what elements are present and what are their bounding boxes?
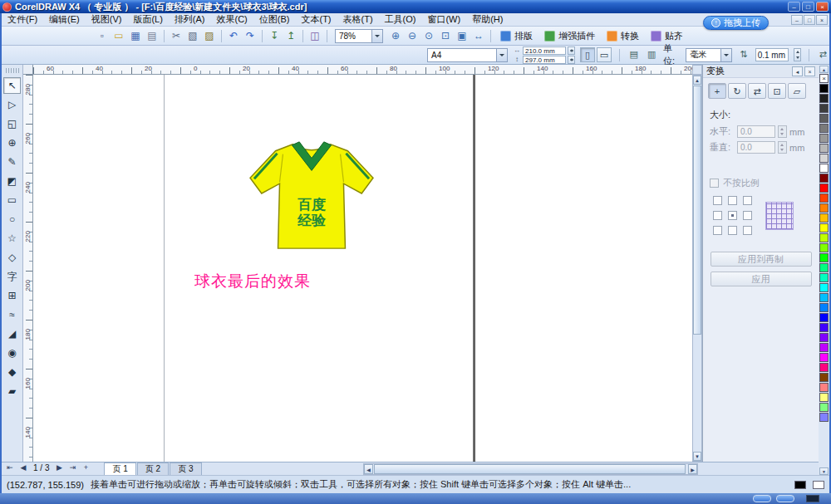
zoom-out-icon[interactable]: ⊖: [405, 28, 420, 43]
drag-upload-button[interactable]: ↑ 拖拽上传: [703, 16, 769, 30]
paper-size-combobox[interactable]: A4: [427, 48, 508, 62]
color-swatch[interactable]: [819, 203, 829, 213]
horizontal-spinner[interactable]: [778, 125, 787, 138]
anchor-checkbox[interactable]: [728, 196, 737, 205]
color-swatch[interactable]: [819, 243, 829, 252]
menu-item[interactable]: 帮助(H): [466, 13, 509, 26]
duplicate-distance-icon[interactable]: ⇄: [817, 47, 829, 62]
color-swatch[interactable]: [819, 164, 829, 173]
menu-item[interactable]: 表格(T): [337, 13, 379, 26]
color-swatch[interactable]: [819, 213, 829, 223]
color-swatch[interactable]: [819, 114, 829, 123]
vertical-input[interactable]: 0.0: [737, 141, 775, 154]
color-swatch[interactable]: [819, 84, 829, 93]
color-swatch[interactable]: [819, 393, 829, 402]
apply-to-duplicate-button[interactable]: 应用到再制: [711, 252, 812, 267]
scroll-up-button[interactable]: ▲: [693, 76, 701, 85]
pick-tool[interactable]: ↖: [3, 77, 21, 94]
ruler-origin[interactable]: [23, 65, 33, 75]
freehand-tool[interactable]: ✎: [3, 154, 21, 170]
scroll-down-button[interactable]: ▼: [693, 452, 701, 461]
color-swatch[interactable]: [819, 343, 829, 352]
vertical-spinner[interactable]: [778, 141, 787, 154]
color-swatch[interactable]: [819, 263, 829, 272]
minimize-button[interactable]: –: [788, 2, 800, 12]
chevron-down-icon[interactable]: [720, 49, 731, 61]
transform-skew-button[interactable]: ▱: [788, 83, 806, 99]
color-swatch[interactable]: [819, 104, 829, 113]
drawing-canvas[interactable]: 百度 经验 球衣最后的效果: [33, 75, 692, 462]
scroll-left-button[interactable]: ◀: [364, 464, 373, 474]
crop-tool[interactable]: ◱: [3, 115, 21, 132]
color-swatch[interactable]: [819, 373, 829, 382]
ellipse-tool[interactable]: ○: [3, 211, 21, 228]
overlay-badge-1[interactable]: [753, 495, 771, 502]
anchor-checkbox[interactable]: [743, 211, 752, 220]
landscape-button[interactable]: ▭: [597, 47, 612, 62]
export-icon[interactable]: ↥: [283, 28, 298, 43]
zoom-level-combobox[interactable]: 78%: [335, 29, 383, 43]
anchor-checkbox[interactable]: [728, 226, 737, 235]
color-swatch[interactable]: [819, 303, 829, 312]
copy-icon[interactable]: ▧: [185, 28, 200, 43]
jersey-text-line2[interactable]: 经验: [297, 213, 327, 228]
paper-width-spinner[interactable]: [568, 46, 575, 55]
portrait-button[interactable]: ▯: [580, 47, 595, 62]
color-swatch[interactable]: [819, 293, 829, 302]
save-icon[interactable]: ▦: [128, 28, 143, 43]
next-page-button[interactable]: ▶: [52, 462, 66, 474]
vertical-scroll-thumb[interactable]: [693, 86, 701, 335]
transform-rotate-button[interactable]: ↻: [728, 83, 746, 99]
page-tab[interactable]: 页 1: [104, 462, 135, 475]
color-swatch[interactable]: [819, 313, 829, 322]
plugin-button[interactable]: 贴齐: [646, 28, 688, 44]
scroll-right-button[interactable]: ▶: [688, 464, 697, 474]
zoom-to-page-icon[interactable]: ▣: [455, 28, 470, 43]
v-ruler[interactable]: 280260240220200180160140: [23, 75, 33, 462]
previous-page-button[interactable]: ◀: [17, 462, 30, 474]
menu-item[interactable]: 排列(A): [169, 13, 211, 26]
chevron-down-icon[interactable]: [496, 49, 507, 61]
all-pages-icon[interactable]: ▤: [627, 47, 640, 62]
anchor-checkbox[interactable]: [713, 196, 722, 205]
open-icon[interactable]: ▭: [111, 28, 126, 43]
zoom-to-width-icon[interactable]: ↔: [471, 28, 486, 43]
color-swatch[interactable]: [819, 233, 829, 242]
print-icon[interactable]: ▤: [145, 28, 160, 43]
color-swatch[interactable]: [819, 223, 829, 232]
menu-item[interactable]: 版面(L): [127, 13, 168, 26]
vertical-scrollbar[interactable]: ▲ ▼: [692, 75, 702, 462]
page-tab[interactable]: 页 2: [137, 462, 169, 475]
color-swatch[interactable]: [819, 124, 829, 133]
close-button[interactable]: ×: [816, 2, 829, 12]
palette-scroll-down-icon[interactable]: ▼: [819, 467, 829, 475]
menu-item[interactable]: 文本(T): [295, 13, 337, 26]
shape-tool[interactable]: ▷: [3, 96, 21, 113]
color-swatch[interactable]: [819, 283, 829, 292]
doc-close-button[interactable]: ×: [816, 15, 828, 25]
jersey-caption[interactable]: 球衣最后的效果: [194, 271, 311, 292]
smart-fill-tool[interactable]: ◩: [3, 173, 21, 189]
table-tool[interactable]: ⊞: [3, 287, 21, 304]
overlay-badge-dark[interactable]: [806, 495, 819, 502]
color-swatch[interactable]: [819, 333, 829, 342]
horizontal-scrollbar[interactable]: ◀ ▶: [363, 463, 698, 475]
color-swatch[interactable]: [819, 134, 829, 143]
color-swatch[interactable]: [819, 273, 829, 282]
paper-width-input[interactable]: 210.0 mm: [523, 46, 566, 55]
cut-icon[interactable]: ✂: [169, 28, 184, 43]
jersey-drawing[interactable]: 百度 经验: [245, 133, 378, 256]
anchor-checkbox[interactable]: [713, 226, 722, 235]
plugin-button[interactable]: 转换: [602, 28, 644, 44]
outline-pen-tool[interactable]: ◉: [3, 345, 21, 361]
toolbox-grip[interactable]: [6, 68, 19, 73]
zoom-tool[interactable]: ⊕: [3, 135, 21, 151]
maximize-button[interactable]: □: [802, 2, 814, 12]
color-swatch[interactable]: ×: [819, 74, 829, 83]
color-swatch[interactable]: [819, 383, 829, 392]
color-swatch[interactable]: [819, 253, 829, 262]
menu-item[interactable]: 视图(V): [86, 13, 128, 26]
menu-item[interactable]: 编辑(E): [43, 13, 86, 26]
nudge-offset-input[interactable]: 0.1 mm: [755, 48, 789, 61]
undo-icon[interactable]: ↶: [226, 28, 241, 43]
